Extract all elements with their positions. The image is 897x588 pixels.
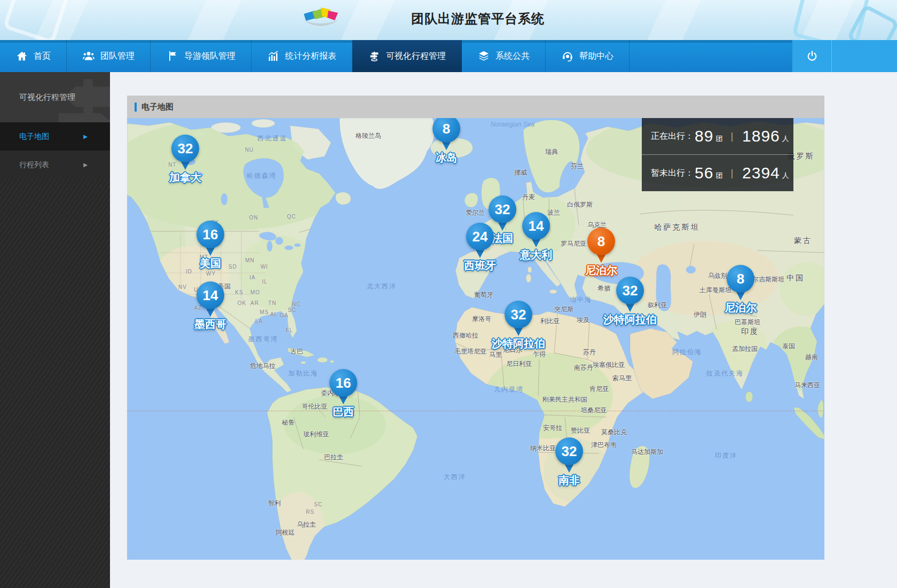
nav-item-label: 首页 xyxy=(34,51,51,62)
help-icon xyxy=(561,50,574,62)
nav-item[interactable]: 帮助中心 xyxy=(546,40,630,72)
map-marker-label: 沙特阿拉伯 xyxy=(492,336,545,351)
stats-label: 暂未出行： xyxy=(651,168,694,179)
logout-power-button[interactable] xyxy=(792,40,832,72)
nav-item-label: 统计分析报表 xyxy=(285,51,336,62)
map-marker-count[interactable]: 24 xyxy=(466,223,494,250)
sidebar-item-electronic-map[interactable]: 电子地图 ▶ xyxy=(0,122,110,151)
stats-row-not-traveling: 暂未出行： 56 团 ｜ 2394 人 xyxy=(642,155,793,191)
panel-title: 电子地图 xyxy=(141,102,174,112)
layers-icon xyxy=(477,50,490,62)
app-title: 团队出游监管平台系统 xyxy=(411,0,545,40)
sidebar-item-label: 电子地图 xyxy=(0,132,49,142)
stats-people-count: 2394 xyxy=(742,164,780,182)
map-marker-count[interactable]: 32 xyxy=(616,277,644,304)
stats-people-count: 1896 xyxy=(742,127,780,145)
map-marker-label: 美国 xyxy=(200,256,221,271)
map-marker-label: 巴西 xyxy=(333,405,354,419)
nav-item[interactable]: 系统公共 xyxy=(462,40,546,72)
nav-item-label: 帮助中心 xyxy=(579,51,613,62)
map-marker-count[interactable]: 32 xyxy=(505,301,532,328)
main-nav: 首页团队管理导游领队管理统计分析报表可视化行程管理系统公共帮助中心 xyxy=(0,40,897,72)
nav-item-label: 导游领队管理 xyxy=(184,51,235,62)
panel-header: 电子地图 xyxy=(127,96,824,118)
stats-separator: ｜ xyxy=(727,167,736,179)
map-marker-count[interactable]: 14 xyxy=(522,212,550,240)
map-marker-count[interactable]: 16 xyxy=(196,221,224,248)
team-icon xyxy=(82,50,95,62)
sidebar: 可视化行程管理 电子地图 ▶ 行程列表 ▶ xyxy=(0,72,110,588)
map-marker-label: 尼泊尔 xyxy=(725,301,757,315)
nav-item-label: 系统公共 xyxy=(495,51,530,62)
map-marker-label: 西班牙 xyxy=(464,258,496,273)
nav-item[interactable]: 可视化行程管理 xyxy=(352,40,462,72)
nav-right-section xyxy=(792,40,897,72)
map-marker-label: 南非 xyxy=(558,473,580,488)
map-panel: 电子地图 xyxy=(127,96,824,560)
trip-stats-panel: 正在出行： 89 团 ｜ 1896 人 暂未出行： 56 团 ｜ 2394 人 xyxy=(642,118,793,191)
nav-item[interactable]: 团队管理 xyxy=(67,40,151,72)
map-marker-label: 冰岛 xyxy=(436,151,457,165)
world-map[interactable]: 西北通道格陵兰岛Norwegian Sea哈德森湾瑞典挪威芬兰俄罗斯爱尔兰丹麦波… xyxy=(127,118,824,560)
map-marker-label: 法国 xyxy=(492,231,513,246)
map-marker-count[interactable]: 8 xyxy=(727,265,754,293)
app-header: 团队出游监管平台系统 xyxy=(0,0,897,41)
triangle-right-icon: ▶ xyxy=(83,162,88,168)
map-marker-count[interactable]: 16 xyxy=(329,369,357,397)
triangle-right-icon: ▶ xyxy=(83,134,88,139)
map-marker-label: 墨西哥 xyxy=(194,317,226,332)
sidebar-item-label: 行程列表 xyxy=(0,160,49,170)
map-marker-count[interactable]: 8 xyxy=(432,118,460,143)
sidebar-texture xyxy=(0,179,110,588)
stats-groups-count: 89 xyxy=(695,127,713,145)
map-marker-label: 加拿大 xyxy=(169,170,201,185)
sidebar-section-title: 可视化行程管理 xyxy=(0,92,75,103)
map-marker-count[interactable]: 14 xyxy=(196,281,224,309)
sidebar-item-trip-list[interactable]: 行程列表 ▶ xyxy=(0,151,110,179)
map-marker-count[interactable]: 32 xyxy=(489,195,516,223)
nav-item-label: 团队管理 xyxy=(100,51,135,62)
nav-item[interactable]: 统计分析报表 xyxy=(251,40,352,72)
nav-item-label: 可视化行程管理 xyxy=(386,51,446,62)
flags-logo-icon xyxy=(301,4,342,32)
flag-icon xyxy=(166,50,179,62)
map-marker-label: 意大利 xyxy=(520,248,552,262)
stats-row-traveling: 正在出行： 89 团 ｜ 1896 人 xyxy=(642,118,793,154)
stats-groups-count: 56 xyxy=(695,164,713,182)
chart-icon xyxy=(267,50,280,62)
map-marker-label: 沙特阿拉伯 xyxy=(603,312,657,327)
map-marker-label: 尼泊尔 xyxy=(585,263,617,278)
nav-item[interactable]: 首页 xyxy=(0,40,67,72)
map-marker-count[interactable]: 8 xyxy=(587,228,615,255)
nav-filler xyxy=(630,40,792,72)
sidebar-section-header: 可视化行程管理 xyxy=(0,72,110,122)
map-marker-count[interactable]: 32 xyxy=(555,437,583,465)
signpost-icon xyxy=(368,50,381,62)
main-content: 电子地图 xyxy=(110,72,897,588)
nav-items: 首页团队管理导游领队管理统计分析报表可视化行程管理系统公共帮助中心 xyxy=(0,40,630,72)
stats-people-unit: 人 xyxy=(782,134,789,144)
map-marker-count[interactable]: 32 xyxy=(171,135,199,162)
stats-groups-unit: 团 xyxy=(715,171,722,181)
panel-accent-bar xyxy=(135,103,137,112)
stats-separator: ｜ xyxy=(727,130,736,143)
home-icon xyxy=(15,50,28,62)
stats-groups-unit: 团 xyxy=(715,134,722,144)
power-icon xyxy=(806,50,819,62)
stats-label: 正在出行： xyxy=(651,131,694,142)
nav-item[interactable]: 导游领队管理 xyxy=(151,40,251,72)
stats-people-unit: 人 xyxy=(782,171,789,181)
